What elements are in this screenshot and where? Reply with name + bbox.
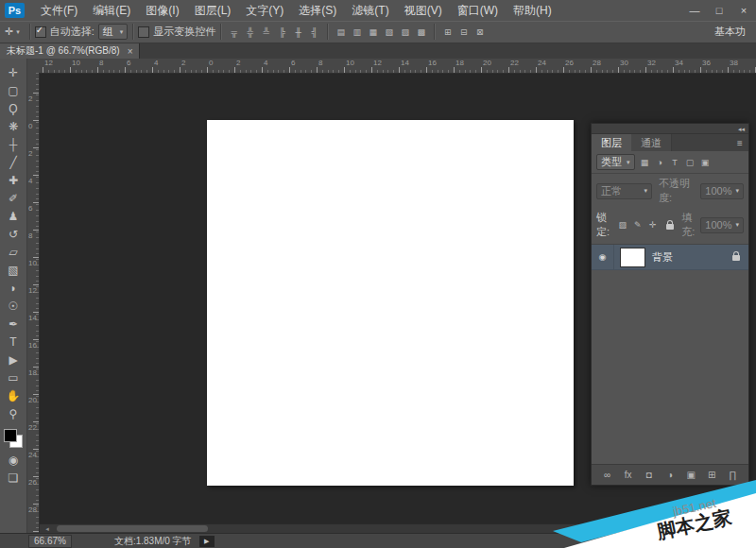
ruler-number: 2 bbox=[236, 59, 264, 67]
menu-item[interactable]: 文字(Y) bbox=[238, 0, 291, 21]
shape-tool[interactable]: ▭ bbox=[2, 368, 25, 386]
brush-tool[interactable]: ✐ bbox=[2, 189, 25, 207]
panel-menu-icon[interactable]: ≡ bbox=[731, 134, 748, 151]
menu-item[interactable]: 帮助(H) bbox=[506, 0, 559, 21]
auto-align-layers-icon[interactable]: ⊞ bbox=[439, 25, 455, 39]
menu-item[interactable]: 编辑(E) bbox=[85, 0, 138, 21]
blend-mode-dropdown[interactable]: 正常 ▾ bbox=[596, 183, 652, 199]
history-brush-tool[interactable]: ↺ bbox=[2, 225, 25, 243]
ruler-number: 12 bbox=[373, 59, 401, 67]
lock-image-pixels-icon[interactable]: ✎ bbox=[630, 218, 644, 231]
zoom-level-field[interactable]: 66.67% bbox=[28, 535, 72, 548]
maximize-button[interactable]: □ bbox=[707, 0, 731, 21]
tool-options-bar: ✛ ▾ 自动选择: 组 ▾ 显示变换控件 ╦╬╩╠╫╣ ▤▥▦▧▨▩ ⊞⊟⊠ 基… bbox=[0, 21, 756, 43]
distribute-bottom-edges-icon[interactable]: ▦ bbox=[365, 25, 381, 39]
filter-shape-layers-icon[interactable]: ▢ bbox=[683, 156, 697, 169]
align-horizontal-centers-icon[interactable]: ╫ bbox=[290, 25, 306, 39]
lock-transparent-pixels-icon[interactable]: ▨ bbox=[615, 218, 629, 231]
auto-select-dropdown[interactable]: 组 ▾ bbox=[98, 24, 129, 40]
menu-item[interactable]: 选择(S) bbox=[291, 0, 344, 21]
type-tool[interactable]: T bbox=[2, 333, 25, 351]
layer-mask-icon[interactable]: ◘ bbox=[642, 468, 656, 483]
hand-tool[interactable]: ✋ bbox=[2, 386, 25, 404]
chevron-down-icon: ▾ bbox=[735, 221, 739, 229]
move-tool[interactable]: ✛ bbox=[2, 63, 25, 81]
minimize-button[interactable]: — bbox=[682, 0, 707, 21]
layer-style-icon[interactable]: fx bbox=[621, 468, 635, 483]
ruler-number: 30 bbox=[620, 59, 647, 67]
delete-layer-icon[interactable]: ∏ bbox=[726, 468, 740, 483]
menu-item[interactable]: 滤镜(T) bbox=[344, 0, 396, 21]
distribute-vertical-centers-icon[interactable]: ▥ bbox=[349, 25, 365, 39]
path-selection-tool[interactable]: ▶ bbox=[2, 351, 25, 368]
menu-item[interactable]: 视图(V) bbox=[397, 0, 450, 21]
menu-item[interactable]: 图层(L) bbox=[187, 0, 239, 21]
marquee-tool[interactable]: ▢ bbox=[2, 81, 25, 99]
scroll-left-icon[interactable]: ◂ bbox=[42, 524, 53, 533]
layer-thumbnail[interactable] bbox=[621, 248, 644, 266]
fill-dropdown[interactable]: 100% ▾ bbox=[700, 217, 744, 233]
scrollbar-thumb[interactable] bbox=[57, 525, 208, 532]
align-left-edges-icon[interactable]: ╠ bbox=[274, 25, 290, 39]
clone-stamp-tool[interactable]: ♟ bbox=[2, 207, 25, 225]
lock-all-icon[interactable] bbox=[662, 218, 677, 231]
layer-group-icon[interactable]: ▣ bbox=[684, 468, 698, 483]
close-button[interactable]: × bbox=[731, 0, 756, 21]
quick-selection-tool[interactable]: ❋ bbox=[2, 117, 25, 135]
crop-tool[interactable]: ┼ bbox=[2, 135, 25, 153]
status-options-arrow[interactable]: ▶ bbox=[199, 536, 215, 547]
horizontal-ruler[interactable]: 1210864202468101214161820222426283032343… bbox=[39, 59, 756, 74]
tab-channels[interactable]: 通道 bbox=[631, 134, 672, 151]
align-vertical-centers-icon[interactable]: ╬ bbox=[242, 25, 258, 39]
gradient-tool[interactable]: ▧ bbox=[2, 261, 25, 279]
blur-tool[interactable]: ◗ bbox=[2, 279, 25, 297]
new-layer-icon[interactable]: ⊞ bbox=[705, 468, 719, 483]
screen-mode-button[interactable]: ❏ bbox=[2, 469, 25, 487]
pen-tool[interactable]: ✒ bbox=[2, 315, 25, 333]
distribute-horizontal-centers-icon[interactable]: ▨ bbox=[397, 25, 413, 39]
tools-panel: ✛▢Ϙ❋┼╱✚✐♟↺▱▧◗☉✒T▶▭✋⚲ ◉❏ bbox=[0, 59, 27, 534]
menu-item[interactable]: 图像(I) bbox=[138, 0, 186, 21]
document-canvas[interactable] bbox=[207, 120, 574, 486]
3d-rotate-icon[interactable]: ⊠ bbox=[472, 25, 488, 39]
workspace-switcher[interactable]: 基本功 bbox=[707, 25, 756, 39]
close-icon[interactable]: × bbox=[128, 46, 133, 57]
filter-adjustment-layers-icon[interactable]: ◑ bbox=[653, 156, 667, 169]
align-right-edges-icon[interactable]: ╣ bbox=[306, 25, 322, 39]
filter-smart-objects-icon[interactable]: ▣ bbox=[698, 156, 713, 169]
distribute-right-edges-icon[interactable]: ▩ bbox=[413, 25, 429, 39]
eraser-tool[interactable]: ▱ bbox=[2, 243, 25, 261]
align-top-edges-icon[interactable]: ╦ bbox=[226, 25, 242, 39]
distribute-top-edges-icon[interactable]: ▤ bbox=[333, 25, 349, 39]
layer-row-background[interactable]: ◉ 背景 bbox=[592, 245, 748, 270]
tab-layers[interactable]: 图层 bbox=[592, 134, 631, 151]
menu-bar: Ps 文件(F)编辑(E)图像(I)图层(L)文字(Y)选择(S)滤镜(T)视图… bbox=[0, 0, 756, 22]
eyedropper-tool[interactable]: ╱ bbox=[2, 153, 25, 171]
lasso-tool[interactable]: Ϙ bbox=[2, 99, 25, 117]
align-bottom-edges-icon[interactable]: ╩ bbox=[258, 25, 274, 39]
lock-position-icon[interactable]: ✛ bbox=[645, 218, 660, 231]
healing-brush-tool[interactable]: ✚ bbox=[2, 171, 25, 189]
app-logo: Ps bbox=[5, 3, 25, 18]
show-transform-checkbox[interactable] bbox=[138, 26, 149, 38]
opacity-dropdown[interactable]: 100% ▾ bbox=[700, 183, 744, 199]
menu-item[interactable]: 文件(F) bbox=[33, 0, 85, 21]
adjustment-layer-icon[interactable]: ◑ bbox=[662, 468, 677, 483]
link-layers-icon[interactable]: ∞ bbox=[600, 468, 614, 483]
foreground-color-swatch[interactable] bbox=[4, 429, 17, 442]
distribute-left-edges-icon[interactable]: ▧ bbox=[381, 25, 397, 39]
filter-kind-dropdown[interactable]: 类型 ▾ bbox=[596, 154, 635, 170]
visibility-cell[interactable]: ◉ bbox=[592, 245, 614, 269]
quick-mask-button[interactable]: ◉ bbox=[2, 451, 25, 469]
menu-item[interactable]: 窗口(W) bbox=[450, 0, 506, 21]
current-tool-preset[interactable]: ✛ ▾ bbox=[0, 26, 25, 38]
auto-select-checkbox[interactable] bbox=[35, 26, 46, 38]
document-tab[interactable]: 未标题-1 @ 66.7%(RGB/8) × bbox=[0, 43, 140, 59]
filter-image-layers-icon[interactable]: ▦ bbox=[638, 156, 652, 169]
toggle-3d-mode-icon[interactable]: ⊟ bbox=[455, 25, 472, 39]
zoom-tool[interactable]: ⚲ bbox=[2, 404, 25, 422]
collapse-panels-icon[interactable]: ◂◂ bbox=[738, 126, 745, 132]
vertical-ruler[interactable]: 2024681012141618202224262830 bbox=[26, 73, 40, 534]
dodge-tool[interactable]: ☉ bbox=[2, 297, 25, 315]
filter-type-layers-icon[interactable]: T bbox=[668, 156, 682, 169]
